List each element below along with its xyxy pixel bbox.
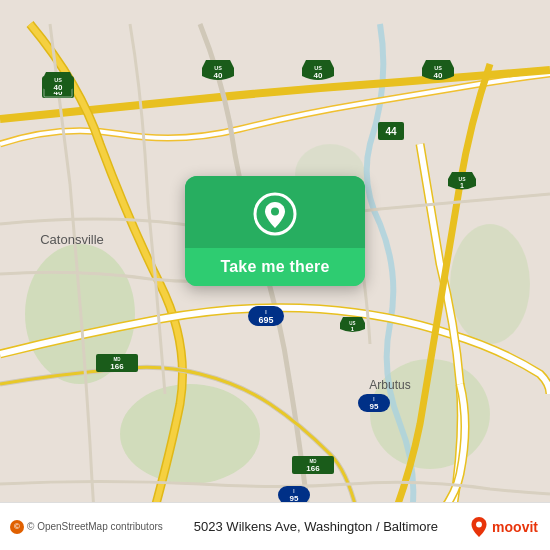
attribution-text: © OpenStreetMap contributors bbox=[27, 521, 163, 532]
bottom-bar: © © OpenStreetMap contributors 5023 Wilk… bbox=[0, 502, 550, 550]
osm-icon: © bbox=[10, 520, 24, 534]
moovit-pin-icon bbox=[469, 517, 489, 537]
svg-text:166: 166 bbox=[110, 362, 124, 371]
map-container: US 40 US 40 US 40 US 40 US 40 bbox=[0, 0, 550, 550]
svg-point-44 bbox=[476, 521, 482, 527]
svg-text:40: 40 bbox=[314, 71, 323, 80]
svg-text:1: 1 bbox=[460, 182, 464, 189]
moovit-brand-text: moovit bbox=[492, 519, 538, 535]
svg-text:166: 166 bbox=[306, 464, 320, 473]
moovit-logo: moovit bbox=[469, 517, 538, 537]
location-pin-icon bbox=[253, 192, 297, 236]
svg-text:Catonsville: Catonsville bbox=[40, 232, 104, 247]
svg-point-2 bbox=[120, 384, 260, 484]
take-me-there-label: Take me there bbox=[185, 248, 365, 286]
take-me-there-button[interactable]: Take me there bbox=[185, 176, 365, 286]
svg-text:695: 695 bbox=[258, 315, 273, 325]
address-text: 5023 Wilkens Ave, Washington / Baltimore bbox=[163, 519, 469, 534]
svg-text:95: 95 bbox=[370, 402, 379, 411]
svg-point-4 bbox=[450, 224, 530, 344]
svg-text:Arbutus: Arbutus bbox=[369, 378, 410, 392]
svg-text:40: 40 bbox=[54, 83, 63, 92]
popup-icon-area bbox=[185, 176, 365, 248]
svg-text:40: 40 bbox=[214, 71, 223, 80]
svg-text:44: 44 bbox=[385, 126, 397, 137]
attribution: © © OpenStreetMap contributors bbox=[10, 520, 163, 534]
svg-point-43 bbox=[271, 208, 279, 216]
svg-text:40: 40 bbox=[434, 71, 443, 80]
